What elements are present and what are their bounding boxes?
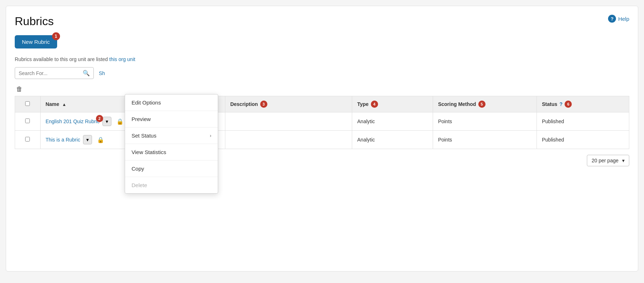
lock-icon: 🔒 — [116, 118, 124, 125]
row-dropdown-button[interactable]: ▾ — [83, 135, 92, 144]
new-rubric-badge: 1 — [52, 32, 60, 40]
page-title: Rubrics — [15, 15, 54, 28]
rubric-link[interactable]: This is a Rubric — [46, 137, 80, 143]
search-box[interactable]: 🔍 — [15, 67, 94, 79]
pagination-row: 20 per page ▾ — [15, 155, 629, 166]
row-status-cell: Published — [537, 112, 629, 131]
new-rubric-label: New Rubric — [22, 39, 50, 45]
search-row: 🔍 Sh — [15, 67, 629, 79]
row-description-cell — [225, 112, 352, 131]
th-status[interactable]: Status ? 6 — [537, 96, 629, 112]
row-status-cell: Published — [537, 131, 629, 149]
search-input[interactable] — [19, 70, 83, 76]
row-badge: 2 — [96, 115, 103, 122]
scoring-badge: 5 — [478, 101, 486, 108]
th-checkbox — [15, 96, 41, 112]
subtitle: Rubrics available to this org unit are l… — [15, 56, 629, 62]
context-menu-copy[interactable]: Copy — [125, 161, 218, 177]
row-type-cell: Analytic — [352, 112, 433, 131]
context-menu-delete: Delete — [125, 177, 218, 193]
row-dropdown-button[interactable]: ▾ — [102, 117, 111, 126]
context-menu-edit-options[interactable]: Edit Options — [125, 94, 218, 111]
per-page-select[interactable]: 20 per page ▾ — [587, 155, 629, 166]
row-checkbox[interactable] — [25, 137, 30, 142]
org-unit-link[interactable]: this org unit — [109, 56, 135, 62]
row-checkbox-cell — [15, 112, 41, 131]
help-label: Help — [618, 16, 629, 22]
context-menu-set-status[interactable]: Set Status › — [125, 127, 218, 144]
th-type[interactable]: Type 4 — [352, 96, 433, 112]
row-checkbox[interactable] — [25, 119, 30, 123]
context-menu-set-status-label: Set Status — [132, 133, 156, 139]
help-icon: ? — [608, 15, 616, 23]
chevron-down-icon: ▾ — [622, 158, 625, 163]
row-type-cell: Analytic — [352, 131, 433, 149]
search-button[interactable]: 🔍 — [83, 70, 90, 76]
row-checkbox-cell — [15, 131, 41, 149]
lock-icon: 🔒 — [97, 136, 104, 143]
context-menu-delete-label: Delete — [132, 182, 147, 188]
context-menu-preview[interactable]: Preview — [125, 111, 218, 127]
context-menu-preview-label: Preview — [132, 116, 151, 122]
context-menu-edit-options-label: Edit Options — [132, 99, 161, 106]
description-badge: 3 — [260, 101, 267, 108]
context-menu: Edit Options Preview Set Status › View S… — [125, 94, 218, 194]
select-all-checkbox[interactable] — [25, 101, 30, 106]
chevron-right-icon: › — [210, 133, 211, 138]
th-description[interactable]: Description 3 — [225, 96, 352, 112]
context-menu-copy-label: Copy — [132, 166, 144, 172]
rubrics-table: Name ▲ Description 3 Type 4 — [15, 96, 629, 149]
toolbar: 🗑 — [15, 85, 629, 93]
sort-arrow: ▲ — [62, 102, 66, 107]
help-link[interactable]: ? Help — [608, 15, 629, 23]
search-icon: 🔍 — [83, 70, 90, 76]
new-rubric-button[interactable]: New Rubric 1 — [15, 35, 57, 48]
delete-icon[interactable]: 🗑 — [16, 85, 23, 93]
context-menu-view-statistics[interactable]: View Statistics — [125, 144, 218, 161]
status-help-icon[interactable]: ? — [560, 101, 563, 107]
status-badge: 6 — [565, 101, 572, 108]
table-row: This is a Rubric ▾ 🔒 Analytic Points Pub… — [15, 131, 629, 149]
type-badge: 4 — [371, 101, 378, 108]
show-link[interactable]: Sh — [99, 70, 105, 76]
th-scoring-method[interactable]: Scoring Method 5 — [433, 96, 537, 112]
table-row: English 201 Quiz Rubric 2 ▾ 🔒 Analytic P… — [15, 112, 629, 131]
row-scoring-cell: Points — [433, 131, 537, 149]
row-scoring-cell: Points — [433, 112, 537, 131]
rubric-link[interactable]: English 201 Quiz Rubric 2 — [46, 119, 100, 124]
row-description-cell — [225, 131, 352, 149]
context-menu-view-statistics-label: View Statistics — [132, 149, 166, 155]
